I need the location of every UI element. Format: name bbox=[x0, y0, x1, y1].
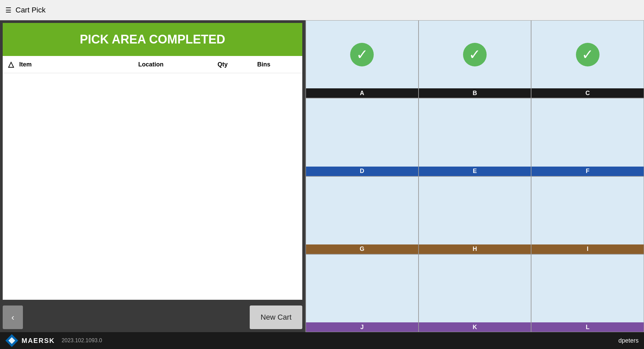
cart-cell-b[interactable]: ✓ B bbox=[419, 20, 531, 98]
cart-cell-j-content bbox=[306, 255, 418, 322]
cart-cell-f-label: F bbox=[531, 167, 644, 176]
bottom-bar: ‹ New Cart bbox=[0, 302, 305, 332]
menu-icon[interactable]: ☰ bbox=[5, 6, 11, 14]
top-bar: ☰ Cart Pick bbox=[0, 0, 644, 20]
checkmark-icon-b: ✓ bbox=[463, 43, 487, 66]
cart-cell-g-content bbox=[306, 177, 418, 244]
table-header: △ Item Location Qty Bins bbox=[3, 56, 302, 73]
cart-cell-k[interactable]: K bbox=[419, 254, 531, 332]
maersk-diamond-icon bbox=[5, 334, 18, 347]
status-bar: MAERSK 2023.102.1093.0 dpeters bbox=[0, 332, 644, 349]
username-text: dpeters bbox=[618, 337, 639, 344]
cart-cell-h-label: H bbox=[419, 244, 531, 254]
version-text: 2023.102.1093.0 bbox=[62, 338, 102, 344]
col-header-qty: Qty bbox=[218, 61, 257, 68]
new-cart-button[interactable]: New Cart bbox=[250, 306, 302, 329]
cart-cell-c-label: C bbox=[531, 88, 644, 98]
warning-icon: △ bbox=[8, 60, 14, 69]
cart-cell-h-content bbox=[419, 177, 531, 244]
chevron-left-icon: ‹ bbox=[11, 312, 14, 323]
cart-cell-d-label: D bbox=[306, 167, 418, 176]
cart-cell-e-content bbox=[419, 98, 531, 166]
cart-cell-a-content: ✓ bbox=[306, 21, 418, 88]
cart-cell-d[interactable]: D bbox=[306, 98, 419, 176]
cart-cell-l-content bbox=[531, 255, 644, 322]
cart-cell-h[interactable]: H bbox=[419, 176, 531, 254]
pick-area-completed-banner: PICK AREA COMPLETED bbox=[3, 23, 302, 56]
cart-cell-c[interactable]: ✓ C bbox=[531, 20, 644, 98]
back-button[interactable]: ‹ bbox=[3, 306, 23, 329]
cart-cell-e[interactable]: E bbox=[419, 98, 531, 176]
cart-cell-b-content: ✓ bbox=[419, 21, 531, 88]
cart-cell-f[interactable]: F bbox=[531, 98, 644, 176]
table-body bbox=[3, 73, 302, 300]
cart-cell-k-label: K bbox=[419, 322, 531, 332]
cart-cell-g-label: G bbox=[306, 244, 418, 254]
cart-cell-i[interactable]: I bbox=[531, 176, 644, 254]
col-header-bins: Bins bbox=[257, 61, 297, 68]
cart-cell-c-content: ✓ bbox=[531, 21, 644, 88]
cart-cell-b-label: B bbox=[419, 88, 531, 98]
checkmark-icon-c: ✓ bbox=[576, 43, 600, 66]
cart-cell-f-content bbox=[531, 98, 644, 166]
col-header-item: Item bbox=[19, 61, 138, 68]
cart-cell-l-label: L bbox=[531, 322, 644, 332]
cart-cell-k-content bbox=[419, 255, 531, 322]
cart-cell-j-label: J bbox=[306, 322, 418, 332]
cart-cell-a-label: A bbox=[306, 88, 418, 98]
cart-cell-l[interactable]: L bbox=[531, 254, 644, 332]
cart-cell-e-label: E bbox=[419, 167, 531, 176]
cart-cell-j[interactable]: J bbox=[306, 254, 419, 332]
cart-grid: ✓ A ✓ B ✓ C D E F bbox=[305, 20, 644, 332]
col-header-location: Location bbox=[138, 61, 217, 68]
left-panel: PICK AREA COMPLETED △ Item Location Qty … bbox=[0, 20, 305, 332]
main-content: PICK AREA COMPLETED △ Item Location Qty … bbox=[0, 20, 644, 332]
cart-cell-d-content bbox=[306, 98, 418, 166]
app-title: Cart Pick bbox=[16, 6, 45, 14]
svg-marker-0 bbox=[8, 337, 15, 344]
cart-cell-a[interactable]: ✓ A bbox=[306, 20, 419, 98]
maersk-brand-text: MAERSK bbox=[22, 337, 55, 345]
cart-cell-g[interactable]: G bbox=[306, 176, 419, 254]
cart-cell-i-content bbox=[531, 177, 644, 244]
checkmark-icon-a: ✓ bbox=[350, 43, 374, 66]
cart-cell-i-label: I bbox=[531, 244, 644, 254]
maersk-logo: MAERSK 2023.102.1093.0 bbox=[5, 334, 102, 347]
table-container: △ Item Location Qty Bins bbox=[3, 56, 302, 300]
